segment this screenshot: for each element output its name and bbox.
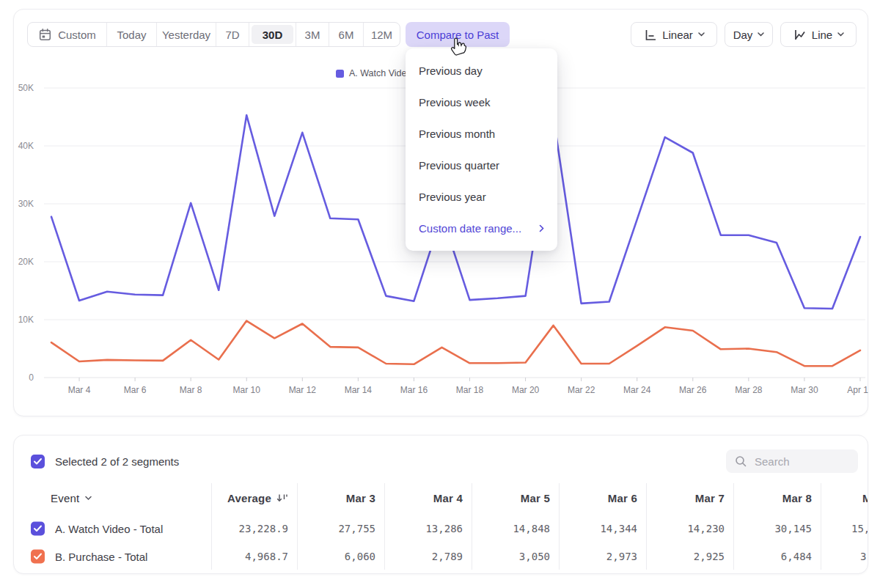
scale-selector[interactable]: Linear: [631, 22, 717, 47]
cursor-hand-icon: [449, 35, 469, 57]
svg-text:Mar 22: Mar 22: [568, 385, 595, 395]
cell: 2,789: [432, 551, 463, 562]
svg-text:Mar 12: Mar 12: [289, 385, 317, 395]
menu-item-custom-date-range[interactable]: Custom date range...: [406, 213, 557, 244]
segment-label: A. Watch Video - Total: [55, 523, 163, 535]
range-option-label: 7D: [225, 29, 239, 41]
range-option-3m[interactable]: 3M: [296, 23, 329, 46]
svg-text:Mar 16: Mar 16: [400, 385, 428, 395]
search-icon: [735, 455, 747, 468]
svg-text:Mar 26: Mar 26: [679, 385, 707, 395]
segments-summary-label: Selected 2 of 2 segments: [55, 455, 179, 468]
column-header-mar-7: Mar 7: [695, 492, 725, 504]
menu-item-previous-week[interactable]: Previous week: [406, 87, 557, 118]
range-option-7d[interactable]: 7D: [216, 23, 249, 46]
cell: 3,050: [519, 551, 550, 562]
svg-text:Mar 4: Mar 4: [68, 385, 91, 395]
cell: 23,228.9: [239, 523, 288, 534]
svg-text:Mar 14: Mar 14: [345, 385, 373, 395]
check-icon: [33, 525, 43, 533]
scale-label: Linear: [662, 29, 693, 41]
search-placeholder: Search: [755, 455, 790, 468]
column-header-mar-6: Mar 6: [608, 492, 637, 504]
range-option-label: Custom: [58, 29, 96, 41]
segments-card: Selected 2 of 2 segments Search EventAve…: [13, 435, 868, 574]
event-column-header[interactable]: Event: [51, 492, 92, 504]
menu-item-previous-quarter[interactable]: Previous quarter: [406, 150, 557, 181]
segments-summary: Selected 2 of 2 segments: [31, 454, 179, 468]
cell: 3,: [860, 551, 868, 562]
range-option-custom[interactable]: Custom: [28, 23, 107, 46]
svg-text:40K: 40K: [18, 141, 34, 151]
chevron-down-icon: [758, 32, 764, 37]
cell: 13,286: [425, 523, 463, 534]
range-option-today[interactable]: Today: [107, 23, 157, 46]
column-divider: [821, 483, 821, 570]
column-divider: [646, 483, 647, 570]
chevron-right-icon: [539, 224, 544, 232]
chevron-down-icon: [85, 496, 92, 500]
cell: 14,344: [600, 523, 637, 534]
chevron-down-icon: [698, 32, 705, 37]
interval-label: Day: [733, 29, 753, 41]
segment-row: A. Watch Video - Total: [31, 522, 163, 536]
range-option-6m[interactable]: 6M: [329, 23, 364, 46]
column-header-mar-4: Mar 4: [433, 492, 463, 504]
column-divider: [733, 483, 734, 570]
column-header-mar-5: Mar 5: [521, 492, 550, 504]
svg-text:20K: 20K: [18, 257, 34, 267]
line-chart-icon: [793, 28, 807, 42]
column-divider: [384, 483, 385, 570]
check-icon: [33, 553, 43, 561]
svg-text:Mar 6: Mar 6: [124, 385, 147, 395]
chart-type-selector[interactable]: Line: [780, 22, 857, 47]
segment-checkbox[interactable]: [31, 522, 45, 536]
column-header-mar-3: Mar 3: [346, 492, 375, 504]
range-option-30d[interactable]: 30D: [249, 23, 296, 46]
svg-text:Apr 1: Apr 1: [847, 385, 868, 395]
column-divider: [297, 483, 298, 570]
cell: 15,: [851, 523, 868, 534]
select-all-checkbox[interactable]: [31, 455, 45, 468]
cell: 27,755: [338, 523, 375, 534]
column-divider: [472, 483, 472, 570]
range-option-label: Today: [117, 29, 146, 41]
column-header-m: M: [862, 492, 868, 504]
cell: 30,145: [774, 523, 812, 534]
column-header-mar-8: Mar 8: [782, 492, 812, 504]
menu-item-previous-day[interactable]: Previous day: [406, 55, 557, 87]
segment-label: B. Purchase - Total: [55, 551, 147, 563]
range-option-yesterday[interactable]: Yesterday: [157, 23, 216, 46]
svg-text:Mar 20: Mar 20: [512, 385, 540, 395]
svg-text:Mar 10: Mar 10: [233, 385, 261, 395]
range-option-label: 30D: [263, 29, 283, 41]
menu-item-previous-year[interactable]: Previous year: [406, 181, 557, 213]
column-divider: [559, 483, 560, 570]
segment-checkbox[interactable]: [31, 550, 45, 564]
search-input[interactable]: Search: [726, 449, 858, 473]
svg-text:Mar 30: Mar 30: [791, 385, 818, 395]
range-option-label: 3M: [305, 29, 320, 41]
calendar-icon: [38, 28, 52, 42]
svg-text:Mar 24: Mar 24: [623, 385, 651, 395]
svg-text:30K: 30K: [18, 199, 34, 209]
column-header-average[interactable]: Average: [227, 492, 288, 504]
menu-item-previous-month[interactable]: Previous month: [406, 118, 557, 150]
range-option-12m[interactable]: 12M: [364, 23, 400, 46]
cell: 6,060: [345, 551, 375, 562]
cell: 6,484: [781, 551, 812, 562]
range-option-label: 12M: [371, 29, 392, 41]
svg-text:Mar 28: Mar 28: [735, 385, 763, 395]
column-divider: [211, 483, 212, 570]
range-option-label: Yesterday: [162, 29, 210, 41]
compare-menu: Previous dayPrevious weekPrevious monthP…: [406, 48, 557, 251]
svg-text:Mar 18: Mar 18: [456, 385, 484, 395]
svg-text:Mar 8: Mar 8: [180, 385, 202, 395]
chart-type-label: Line: [812, 29, 832, 41]
interval-selector[interactable]: Day: [725, 22, 773, 47]
svg-text:0: 0: [29, 372, 34, 383]
cell: 2,925: [694, 551, 725, 562]
range-option-label: 6M: [339, 29, 354, 41]
cell: 14,848: [513, 523, 550, 534]
segment-row: B. Purchase - Total: [31, 550, 147, 564]
